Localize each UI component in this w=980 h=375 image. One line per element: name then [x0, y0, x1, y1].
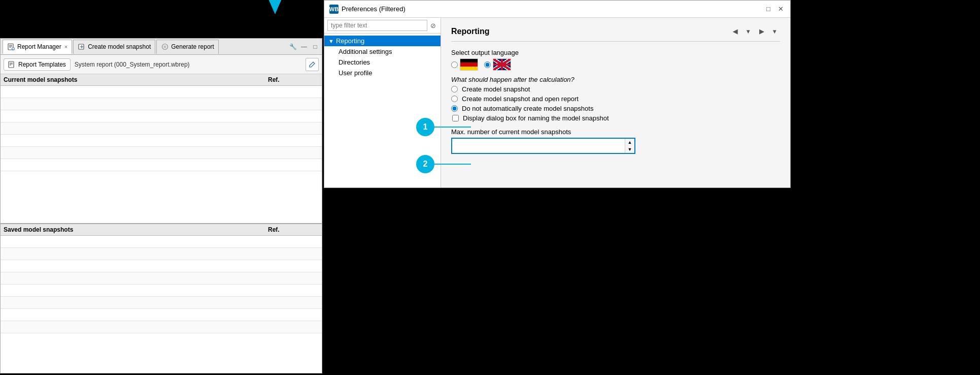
- annotation-1: 1: [416, 118, 434, 136]
- tree-toggle-reporting: ▼: [328, 38, 334, 44]
- table-row[interactable]: [1, 285, 322, 297]
- saved-snapshots-col-extra: [298, 226, 319, 233]
- option-create-snapshot-open-report-label: Create model snapshot and open report: [462, 95, 579, 103]
- option-create-snapshot-radio[interactable]: [451, 86, 458, 92]
- current-snapshots-table: Current model snapshots Ref.: [1, 74, 322, 224]
- annotation-2: 2: [416, 155, 434, 173]
- tree-item-user-profile[interactable]: User profile: [324, 68, 441, 78]
- annotation-line-2: [434, 164, 471, 165]
- saved-snapshots-col-main: Saved model snapshots: [4, 226, 268, 233]
- option-do-not-create-snapshots-label: Do not automatically create model snapsh…: [462, 105, 593, 112]
- select-language-section: Select output language: [451, 49, 780, 71]
- table-row[interactable]: [1, 321, 322, 333]
- nav-back-button[interactable]: ◀: [729, 26, 740, 37]
- arrow-indicator: [264, 0, 286, 14]
- report-templates-icon: [8, 60, 16, 69]
- dialog-close-button[interactable]: ✕: [776, 5, 785, 14]
- select-language-label: Select output language: [451, 49, 780, 56]
- report-manager-icon: ×: [7, 43, 15, 51]
- tab-report-manager-close[interactable]: ×: [64, 44, 67, 50]
- max-snapshots-input[interactable]: 50: [452, 140, 625, 152]
- max-snapshots-spinbox-row: 50 ▲ ▼: [451, 138, 780, 154]
- current-snapshots-col-ref: Ref.: [268, 76, 298, 83]
- option-do-not-create-snapshots[interactable]: Do not automatically create model snapsh…: [451, 104, 780, 113]
- current-report-label: System report (000_System_report.wbrep): [75, 61, 190, 68]
- option-create-snapshot-open-report-radio[interactable]: [451, 96, 458, 102]
- option-create-snapshot-label: Create model snapshot: [462, 85, 530, 93]
- dialog-title-text: Preferences (Filtered): [342, 5, 764, 13]
- tab-create-snapshot-label: Create model snapshot: [88, 43, 151, 50]
- table-row[interactable]: [1, 260, 322, 272]
- minimize-button[interactable]: —: [299, 42, 309, 51]
- table-row[interactable]: [1, 135, 322, 147]
- tab-bar: × Report Manager × Create model snapshot…: [1, 39, 322, 55]
- language-row: [451, 58, 780, 71]
- edit-button[interactable]: [306, 58, 319, 71]
- max-snapshots-spinbox[interactable]: 50 ▲ ▼: [451, 138, 635, 154]
- tree-item-reporting-label: Reporting: [336, 37, 364, 45]
- display-dialog-checkbox[interactable]: [452, 115, 459, 121]
- tab-generate-report[interactable]: R Generate report: [156, 40, 219, 54]
- saved-snapshots-col-ref: Ref.: [268, 226, 298, 233]
- table-row[interactable]: [1, 86, 322, 98]
- option-create-snapshot-open-report[interactable]: Create model snapshot and open report: [451, 94, 780, 104]
- current-snapshots-rows: [1, 86, 322, 223]
- table-row[interactable]: [1, 272, 322, 285]
- table-row[interactable]: [1, 309, 322, 321]
- table-row[interactable]: [1, 98, 322, 110]
- dialog-titlebar: WB Preferences (Filtered) □ ✕: [324, 1, 790, 18]
- spinbox-increment[interactable]: ▲: [625, 139, 634, 146]
- report-templates-label: Report Templates: [18, 61, 66, 68]
- table-row[interactable]: [1, 122, 322, 135]
- tab-report-manager[interactable]: × Report Manager ×: [3, 40, 72, 54]
- language-en-radio[interactable]: [484, 61, 491, 68]
- post-calculation-section: What should happen after the calculation…: [451, 76, 780, 123]
- table-row[interactable]: [1, 147, 322, 159]
- svg-text:R: R: [164, 45, 166, 49]
- display-dialog-checkbox-row[interactable]: Display dialog box for naming the model …: [452, 113, 780, 123]
- tree-item-user-profile-label: User profile: [339, 69, 372, 77]
- spinbox-decrement[interactable]: ▼: [625, 146, 634, 153]
- saved-snapshots-header: Saved model snapshots Ref.: [1, 224, 322, 236]
- content-title-text: Reporting: [451, 27, 490, 36]
- maximize-button[interactable]: □: [311, 42, 320, 51]
- tab-report-manager-label: Report Manager: [17, 43, 61, 50]
- filter-input[interactable]: [327, 20, 427, 31]
- tab-create-snapshot[interactable]: Create model snapshot: [73, 40, 155, 54]
- option-do-not-create-snapshots-radio[interactable]: [451, 105, 458, 112]
- language-en-option[interactable]: [484, 58, 511, 71]
- language-de-radio[interactable]: [451, 61, 458, 68]
- current-snapshots-col-extra: [298, 76, 319, 83]
- table-row[interactable]: [1, 159, 322, 171]
- tree-item-directories[interactable]: Directories: [324, 57, 441, 68]
- tree-item-additional-settings[interactable]: Additional settings: [324, 46, 441, 57]
- nav-forward-dropdown[interactable]: ▾: [769, 26, 780, 37]
- table-row[interactable]: [1, 248, 322, 260]
- dialog-restore-button[interactable]: □: [764, 5, 773, 14]
- current-snapshots-col-main: Current model snapshots: [4, 76, 268, 83]
- flag-uk: [493, 58, 511, 71]
- svg-rect-9: [9, 61, 14, 68]
- nav-back-dropdown[interactable]: ▾: [742, 26, 754, 37]
- language-de-option[interactable]: [451, 58, 478, 71]
- tree-item-reporting[interactable]: ▼ Reporting: [324, 36, 441, 46]
- nav-forward-button[interactable]: ▶: [756, 26, 767, 37]
- tab-actions: 🔧 — □: [288, 42, 320, 51]
- display-dialog-label: Display dialog box for naming the model …: [463, 114, 609, 122]
- filter-box: ⊘: [324, 18, 441, 34]
- content-panel: Reporting ◀ ▾ ▶ ▾ Select output language: [441, 18, 790, 188]
- table-row[interactable]: [1, 236, 322, 248]
- option-create-snapshot[interactable]: Create model snapshot: [451, 84, 780, 94]
- table-row[interactable]: [1, 297, 322, 309]
- create-snapshot-icon: [78, 43, 86, 51]
- table-row[interactable]: [1, 110, 322, 122]
- report-templates-button[interactable]: Report Templates: [4, 58, 71, 71]
- tools-button[interactable]: 🔧: [288, 42, 297, 51]
- saved-snapshots-table: Saved model snapshots Ref.: [1, 224, 322, 373]
- tree-item-directories-label: Directories: [339, 58, 370, 66]
- saved-snapshots-rows: [1, 236, 322, 373]
- filter-clear-button[interactable]: ⊘: [428, 21, 437, 30]
- toolbar: Report Templates System report (000_Syst…: [1, 55, 322, 74]
- dialog-body: ⊘ ▼ Reporting Additional settings Direct…: [324, 18, 790, 188]
- dialog-window-buttons: □ ✕: [764, 5, 785, 14]
